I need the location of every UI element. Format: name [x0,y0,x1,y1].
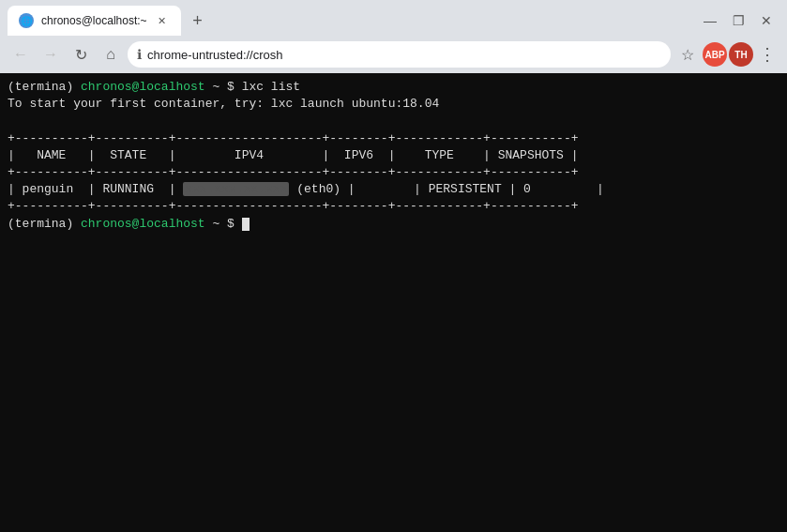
address-text: chrome-untrusted://crosh [147,48,283,62]
termina-label-1: (termina) [8,80,81,94]
terminal: (termina) chronos@localhost ~ $ lxc list… [0,73,787,532]
home-button[interactable]: ⌂ [98,41,124,68]
close-button[interactable]: ✕ [753,8,779,34]
terminal-separator-1: +----------+----------+-----------------… [8,130,779,147]
termina-label-2: (termina) [8,217,81,231]
maximize-button[interactable]: ❐ [725,8,751,34]
nav-bar: ← → ↻ ⌂ ℹ chrome-untrusted://crosh ☆ ABP… [0,36,787,73]
nav-actions: ☆ ABP TH ⋮ [674,41,779,68]
bookmark-button[interactable]: ☆ [674,41,701,68]
browser-tab[interactable]: 🌐 chronos@localhost:~ ✕ [8,6,181,36]
info-icon: ℹ [137,47,142,62]
new-tab-button[interactable]: + [185,8,211,34]
terminal-line-2: To start your first container, try: lxc … [8,96,779,113]
prompt-suffix: ~ $ [205,217,242,231]
browser-chrome: 🌐 chronos@localhost:~ ✕ + — ❐ ✕ ← → ↻ ⌂ … [0,0,787,73]
user-host-2: chronos@localhost [81,217,205,231]
tab-bar: 🌐 chronos@localhost:~ ✕ + — ❐ ✕ [0,0,787,36]
reload-button[interactable]: ↻ [68,41,94,68]
terminal-row: | penguin | RUNNING | xxx.xxx.xx.xxx (et… [8,181,779,198]
terminal-separator-2: +----------+----------+-----------------… [8,164,779,181]
terminal-separator-3: +----------+----------+-----------------… [8,198,779,215]
terminal-line-1: (termina) chronos@localhost ~ $ lxc list [8,79,779,96]
user-host-1: chronos@localhost [81,80,205,94]
terminal-cursor [242,218,250,231]
tab-title: chronos@localhost:~ [41,14,147,27]
terminal-line-blank [8,113,779,129]
back-button[interactable]: ← [8,41,34,68]
minimize-button[interactable]: — [697,8,723,34]
terminal-header: | NAME | STATE | IPV4 | IPV6 | TYPE | SN… [8,147,779,164]
window-controls: — ❐ ✕ [697,8,779,34]
terminal-line-prompt: (termina) chronos@localhost ~ $ [8,216,779,233]
adblock-button[interactable]: ABP [703,42,727,67]
menu-button[interactable]: ⋮ [755,44,779,65]
address-bar[interactable]: ℹ chrome-untrusted://crosh [128,41,671,68]
forward-button[interactable]: → [38,41,64,68]
browser-window: 🌐 chronos@localhost:~ ✕ + — ❐ ✕ ← → ↻ ⌂ … [0,0,787,532]
ip-redacted: xxx.xxx.xx.xxx [183,182,289,196]
tab-favicon: 🌐 [19,13,34,28]
command-1: ~ $ lxc list [205,80,300,94]
tab-close-button[interactable]: ✕ [155,13,170,28]
user-avatar[interactable]: TH [729,42,753,67]
